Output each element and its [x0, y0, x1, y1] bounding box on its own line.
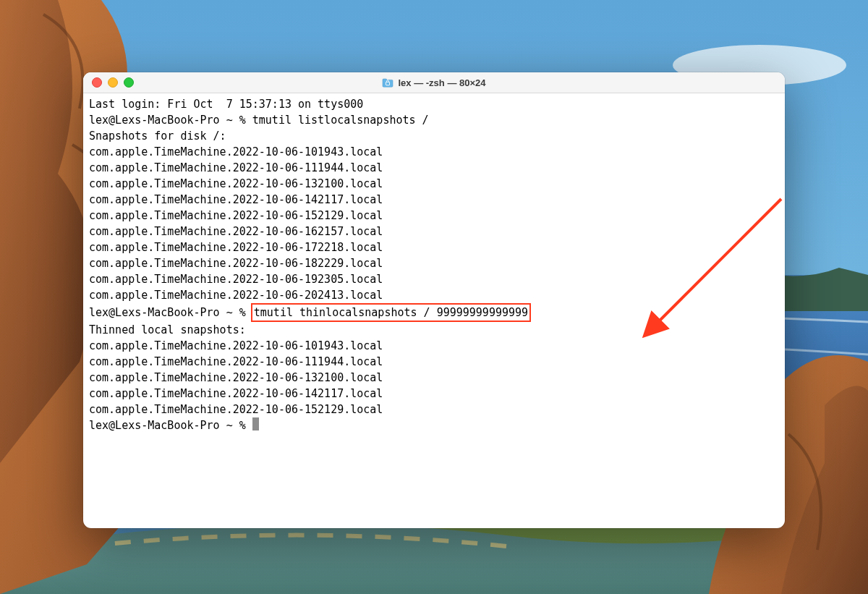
terminal-line: Snapshots for disk /: [89, 128, 779, 144]
highlighted-command: tmutil thinlocalsnapshots / 999999999999… [251, 303, 531, 322]
close-button[interactable] [92, 77, 102, 88]
svg-rect-3 [386, 82, 390, 85]
terminal-line: com.apple.TimeMachine.2022-10-06-132100.… [89, 370, 779, 386]
terminal-line: com.apple.TimeMachine.2022-10-06-111944.… [89, 354, 779, 370]
terminal-line: com.apple.TimeMachine.2022-10-06-152129.… [89, 208, 779, 224]
terminal-output[interactable]: Last login: Fri Oct 7 15:37:13 on ttys00… [83, 93, 785, 528]
terminal-line: com.apple.TimeMachine.2022-10-06-172218.… [89, 239, 779, 255]
zoom-button[interactable] [124, 77, 134, 88]
cursor [252, 417, 259, 430]
prompt: lex@Lexs-MacBook-Pro ~ % [89, 306, 252, 319]
terminal-line: com.apple.TimeMachine.2022-10-06-182229.… [89, 255, 779, 271]
terminal-line: com.apple.TimeMachine.2022-10-06-162157.… [89, 224, 779, 239]
folder-icon [382, 78, 393, 88]
terminal-line: com.apple.TimeMachine.2022-10-06-101943.… [89, 144, 779, 160]
terminal-line: com.apple.TimeMachine.2022-10-06-111944.… [89, 160, 779, 176]
window-title-text: lex — -zsh — 80×24 [398, 77, 485, 88]
terminal-line: com.apple.TimeMachine.2022-10-06-192305.… [89, 271, 779, 287]
traffic-lights [83, 77, 134, 88]
minimize-button[interactable] [108, 77, 118, 88]
titlebar[interactable]: lex — -zsh — 80×24 [83, 72, 785, 93]
terminal-line: com.apple.TimeMachine.2022-10-06-142117.… [89, 192, 779, 208]
terminal-line: Thinned local snapshots: [89, 322, 779, 338]
prompt: lex@Lexs-MacBook-Pro ~ % [89, 114, 252, 127]
terminal-line: com.apple.TimeMachine.2022-10-06-142117.… [89, 386, 779, 402]
command: tmutil listlocalsnapshots / [252, 114, 429, 127]
terminal-line: com.apple.TimeMachine.2022-10-06-202413.… [89, 287, 779, 303]
terminal-window: lex — -zsh — 80×24 Last login: Fri Oct 7… [83, 72, 785, 528]
window-title: lex — -zsh — 80×24 [83, 77, 785, 88]
terminal-line: lex@Lexs-MacBook-Pro ~ % tmutil thinloca… [89, 303, 779, 322]
terminal-line: com.apple.TimeMachine.2022-10-06-101943.… [89, 338, 779, 354]
terminal-line: lex@Lexs-MacBook-Pro ~ % [89, 417, 779, 433]
terminal-line: Last login: Fri Oct 7 15:37:13 on ttys00… [89, 96, 779, 112]
prompt: lex@Lexs-MacBook-Pro ~ % [89, 419, 252, 432]
terminal-line: com.apple.TimeMachine.2022-10-06-132100.… [89, 176, 779, 192]
terminal-line: com.apple.TimeMachine.2022-10-06-152129.… [89, 402, 779, 417]
terminal-line: lex@Lexs-MacBook-Pro ~ % tmutil listloca… [89, 112, 779, 128]
